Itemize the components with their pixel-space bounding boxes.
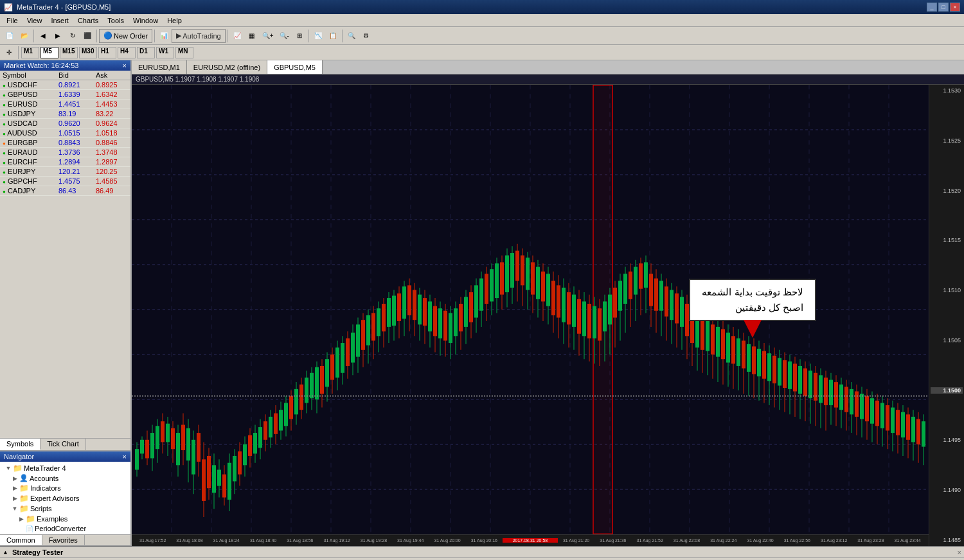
svg-rect-264 bbox=[731, 336, 735, 363]
tab-favorites[interactable]: Favorites bbox=[42, 535, 85, 545]
back-button[interactable]: ◀ bbox=[36, 29, 50, 43]
market-watch-row[interactable]: ● CADJPY86.4386.49 bbox=[0, 186, 130, 196]
nav-item-scripts[interactable]: ▼ 📁 Scripts bbox=[0, 503, 130, 514]
period-w1[interactable]: W1 bbox=[156, 47, 174, 58]
market-watch-row[interactable]: ● GBPCHF1.45751.4585 bbox=[0, 177, 130, 186]
market-watch-row[interactable]: ● USDCAD0.96200.9624 bbox=[0, 119, 130, 128]
chart-tab-eurusd-m2[interactable]: EURUSD,M2 (offline) bbox=[187, 60, 267, 74]
menu-tools[interactable]: Tools bbox=[103, 16, 128, 25]
svg-rect-326 bbox=[891, 408, 895, 433]
svg-rect-166 bbox=[485, 274, 488, 304]
indicators-button[interactable]: 📉 bbox=[311, 29, 325, 43]
tab-tick-chart[interactable]: Tick Chart bbox=[40, 439, 86, 450]
col-bid: Bid bbox=[56, 71, 93, 80]
tester-close-icon[interactable]: × bbox=[958, 548, 961, 556]
period-m15[interactable]: M15 bbox=[60, 47, 78, 58]
svg-rect-188 bbox=[541, 272, 545, 302]
line-icon[interactable]: 📈 bbox=[230, 29, 244, 43]
market-watch-row[interactable]: ● USDCHF0.89210.8925 bbox=[0, 80, 130, 90]
grid-button[interactable]: ⊞ bbox=[292, 29, 307, 43]
refresh-button[interactable]: ↻ bbox=[66, 29, 80, 43]
svg-rect-212 bbox=[598, 308, 602, 340]
period-h4[interactable]: H4 bbox=[118, 47, 136, 58]
folder-icon: 📁 bbox=[19, 484, 29, 493]
svg-rect-70 bbox=[238, 451, 242, 475]
svg-rect-170 bbox=[495, 263, 499, 298]
nav-item-period-converter[interactable]: 📄 PeriodConverter bbox=[0, 524, 130, 533]
svg-rect-42 bbox=[166, 424, 170, 442]
svg-rect-292 bbox=[803, 369, 807, 396]
svg-rect-216 bbox=[608, 295, 612, 325]
market-watch-row[interactable]: ● EURGBP0.88430.8846 bbox=[0, 138, 130, 148]
chart-tab-eurusd-m1[interactable]: EURUSD,M1 bbox=[132, 60, 187, 74]
menu-charts[interactable]: Charts bbox=[74, 16, 102, 25]
market-watch-row[interactable]: ● AUDUSD1.05151.0518 bbox=[0, 128, 130, 138]
chart-bar-icon[interactable]: 📊 bbox=[157, 29, 171, 43]
navigator-close-icon[interactable]: × bbox=[123, 453, 127, 460]
svg-rect-242 bbox=[675, 293, 679, 324]
period-m5[interactable]: M5 bbox=[40, 47, 58, 58]
open-button[interactable]: 📂 bbox=[17, 29, 31, 43]
nav-label-accounts: Accounts bbox=[30, 475, 58, 482]
tester-collapse-icon[interactable]: ▲ bbox=[3, 549, 8, 556]
left-panel: Market Watch: 16:24:53 × Symbol Bid Ask … bbox=[0, 60, 132, 546]
svg-rect-86 bbox=[279, 410, 283, 430]
svg-rect-150 bbox=[443, 311, 447, 341]
market-watch-row[interactable]: ● EURJPY120.21120.25 bbox=[0, 167, 130, 177]
nav-item-examples[interactable]: ▶ 📁 Examples bbox=[0, 514, 130, 524]
x-label-19: 31 Aug 23:12 bbox=[816, 538, 852, 543]
svg-rect-44 bbox=[171, 428, 175, 449]
svg-rect-192 bbox=[551, 281, 555, 315]
period-m30[interactable]: M30 bbox=[79, 47, 97, 58]
menu-insert[interactable]: Insert bbox=[47, 16, 73, 25]
settings-icon[interactable]: ⚙ bbox=[359, 29, 373, 43]
new-button[interactable]: 📄 bbox=[3, 29, 17, 43]
templates-button[interactable]: 📋 bbox=[326, 29, 340, 43]
stop-button[interactable]: ⬛ bbox=[80, 29, 94, 43]
tab-common[interactable]: Common bbox=[0, 535, 42, 545]
tab-symbols[interactable]: Symbols bbox=[0, 439, 40, 450]
main-layout: Market Watch: 16:24:53 × Symbol Bid Ask … bbox=[0, 60, 964, 546]
menu-help[interactable]: Help bbox=[163, 16, 186, 25]
nav-item-expert-advisors[interactable]: ▶ 📁 Expert Advisors bbox=[0, 493, 130, 503]
candle-icon[interactable]: ▦ bbox=[245, 29, 259, 43]
minimize-button[interactable]: _ bbox=[927, 3, 937, 12]
market-watch-row[interactable]: ● GBPUSD1.63391.6342 bbox=[0, 90, 130, 100]
crosshair-button[interactable]: ✛ bbox=[3, 46, 15, 59]
zoom-in-button[interactable]: 🔍+ bbox=[260, 29, 276, 43]
svg-rect-140 bbox=[418, 295, 422, 325]
nav-item-accounts[interactable]: ▶ 👤 Accounts bbox=[0, 473, 130, 483]
chart-canvas[interactable]: 1.1530 1.1525 1.1520 1.1515 1.1510 1.150… bbox=[132, 85, 964, 546]
x-label-2: 31 Aug 18:08 bbox=[171, 538, 208, 543]
x-label-3: 31 Aug 18:24 bbox=[208, 538, 245, 543]
nav-item-indicators[interactable]: ▶ 📁 Indicators bbox=[0, 483, 130, 493]
close-button[interactable]: × bbox=[950, 3, 960, 12]
svg-rect-148 bbox=[438, 308, 442, 338]
menu-view[interactable]: View bbox=[23, 16, 46, 25]
period-d1[interactable]: D1 bbox=[137, 47, 155, 58]
menu-file[interactable]: File bbox=[3, 16, 22, 25]
zoom-out-button[interactable]: 🔍- bbox=[277, 29, 292, 43]
search-icon[interactable]: 🔍 bbox=[344, 29, 359, 43]
market-watch-row[interactable]: ● EURCHF1.28941.2897 bbox=[0, 157, 130, 167]
y-label-1: 1.1530 bbox=[931, 87, 963, 94]
new-order-button[interactable]: 🔵 New Order bbox=[99, 29, 152, 43]
maximize-button[interactable]: □ bbox=[938, 3, 949, 12]
chart-tab-gbpusd-m5[interactable]: GBPUSD,M5 bbox=[267, 60, 323, 74]
period-mn[interactable]: MN bbox=[175, 47, 193, 58]
ask-cell: 1.0518 bbox=[93, 128, 130, 138]
nav-item-metatrader4[interactable]: ▼ 📁 MetaTrader 4 bbox=[0, 463, 130, 473]
market-watch-row[interactable]: ● EURUSD1.44511.4453 bbox=[0, 100, 130, 109]
window-controls[interactable]: _ □ × bbox=[927, 3, 960, 12]
svg-rect-130 bbox=[392, 295, 396, 326]
autotrading-button[interactable]: ▶ AutoTrading bbox=[172, 29, 226, 43]
period-m1[interactable]: M1 bbox=[21, 47, 39, 58]
period-h1[interactable]: H1 bbox=[98, 47, 116, 58]
market-watch-row[interactable]: ● EURAUD1.37361.3748 bbox=[0, 148, 130, 157]
x-label-8: 31 Aug 19:44 bbox=[392, 538, 429, 543]
market-watch-close-icon[interactable]: × bbox=[123, 62, 127, 69]
new-order-icon: 🔵 bbox=[103, 31, 112, 40]
forward-button[interactable]: ▶ bbox=[51, 29, 65, 43]
market-watch-row[interactable]: ● USDJPY83.1983.22 bbox=[0, 109, 130, 119]
menu-window[interactable]: Window bbox=[129, 16, 162, 25]
